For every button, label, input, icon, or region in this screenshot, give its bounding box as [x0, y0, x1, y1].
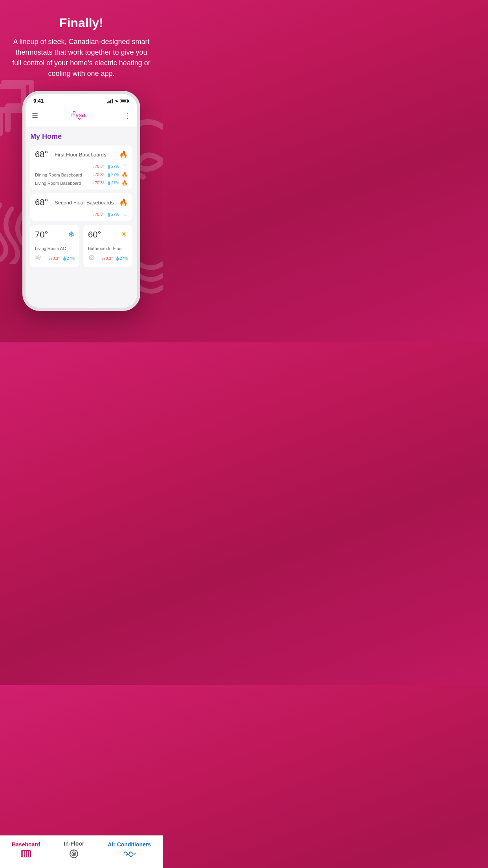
second-floor-flame-icon: 🔥 [119, 198, 128, 207]
header-section: Finally! A lineup of sleek, Canadian-des… [0, 0, 163, 87]
app-header: ☰ mysa ⋮ [26, 106, 137, 127]
bathroom-inFloor-card[interactable]: 60° ☀ Bathroom In-Floor [83, 225, 132, 267]
battery-icon [120, 99, 129, 103]
second-floor-name: Second Floor Baseboards [55, 200, 119, 206]
svg-point-1 [89, 255, 94, 260]
chevron-up-icon: ⌃ [123, 163, 128, 169]
dining-room-stats: ↓70.3° 💧27% 🔥 [93, 172, 128, 178]
inFloor-stats-row: ↓70.3° 💧27% [88, 254, 128, 263]
second-floor-main-row: 68° Second Floor Baseboards 🔥 [30, 193, 132, 209]
first-floor-stats: ↓70.3° 💧27% ⌃ [93, 163, 128, 169]
inFloor-stat-hum: 💧27% [115, 256, 128, 261]
dining-stat-hum: 💧27% [106, 173, 119, 177]
bottom-spacer [0, 311, 163, 342]
header-title: Finally! [12, 16, 151, 30]
ac-mode-icon [35, 254, 42, 263]
ac-stats-row: ↓70.3° 💧27% [35, 254, 75, 263]
flame-icon: 🔥 [119, 150, 128, 159]
signal-icon [107, 99, 113, 103]
second-floor-stats: ↓70.3° 💧27% ⌄ [93, 211, 128, 217]
first-floor-main-row: 68° First Floor Baseboards 🔥 [30, 145, 132, 161]
second-floor-group-card[interactable]: 68° Second Floor Baseboards 🔥 ↓70.3° 💧27… [30, 193, 132, 221]
first-floor-stat-hum: 💧27% [106, 164, 119, 169]
svg-text:mysa: mysa [70, 112, 85, 118]
ac-temp: 70° [35, 230, 48, 240]
first-floor-temp: 68° [35, 149, 55, 160]
home-title: My Home [30, 132, 132, 141]
living-room-ac-card[interactable]: 70° ❄ Living Room AC ↓70.3° [30, 225, 79, 267]
phone-mockup: 9:41 ∿ ☰ [22, 91, 140, 311]
first-floor-group-card[interactable]: 68° First Floor Baseboards 🔥 ↓70.3° 💧27%… [30, 145, 132, 189]
ac-stat-hum: 💧27% [62, 256, 75, 261]
second-floor-stat-hum: 💧27% [106, 212, 119, 217]
more-options-icon[interactable]: ⋮ [124, 111, 131, 120]
wifi-icon: ∿ [114, 98, 118, 104]
header-subtitle: A lineup of sleek, Canadian-designed sma… [12, 37, 151, 79]
dining-room-row[interactable]: Dining Room Baseboard ↓70.3° 💧27% 🔥 [35, 171, 128, 179]
dining-stat-temp: ↓70.3° [93, 173, 104, 177]
ac-name: Living Room AC [35, 246, 75, 251]
first-floor-stats-row: ↓70.3° 💧27% ⌃ [35, 162, 128, 171]
status-bar: 9:41 ∿ [26, 94, 137, 106]
second-floor-stats-row: ↓70.3° 💧27% ⌄ [35, 210, 128, 219]
inFloor-stats: ↓70.3° 💧27% [102, 256, 128, 261]
inFloor-temp: 60° [88, 230, 101, 240]
app-logo: mysa [67, 109, 95, 122]
living-baseboard-stat-temp: ↓70.3° [93, 181, 104, 185]
snowflake-icon: ❄ [68, 230, 75, 239]
living-room-baseboard-stats: ↓70.3° 💧27% 🔥 [93, 180, 128, 186]
status-time: 9:41 [33, 98, 44, 104]
phone-container: 9:41 ∿ ☰ [0, 87, 163, 311]
svg-point-2 [91, 257, 93, 259]
inFloor-temp-row: 60° ☀ [88, 230, 128, 240]
living-room-baseboard-row[interactable]: Living Room Baseboard ↓70.3° 💧27% 🔥 [35, 179, 128, 187]
app-content: My Home 68° First Floor Baseboards 🔥 ↓70… [26, 127, 137, 308]
status-icons: ∿ [107, 98, 129, 104]
inFloor-name: Bathroom In-Floor [88, 246, 128, 251]
mysa-logo-svg: mysa [67, 109, 95, 122]
living-baseboard-stat-hum: 💧27% [106, 181, 119, 185]
device-grid: 70° ❄ Living Room AC ↓70.3° [30, 225, 132, 267]
second-floor-sub-rows: ↓70.3° 💧27% ⌄ [30, 209, 132, 221]
second-floor-stat-temp: ↓70.3° [93, 212, 104, 217]
second-floor-temp: 68° [35, 197, 55, 208]
ac-stat-temp: ↓70.3° [49, 256, 60, 261]
inFloor-mode-icon [88, 254, 95, 263]
sun-icon: ☀ [121, 230, 128, 239]
hamburger-menu-icon[interactable]: ☰ [32, 111, 38, 120]
first-floor-name: First Floor Baseboards [55, 152, 119, 158]
dining-room-name: Dining Room Baseboard [35, 173, 93, 177]
living-room-baseboard-name: Living Room Baseboard [35, 181, 93, 186]
inFloor-stat-temp: ↓70.3° [102, 256, 113, 261]
chevron-down-icon: ⌄ [123, 211, 128, 217]
ac-stats: ↓70.3° 💧27% [49, 256, 75, 261]
living-baseboard-flame-icon: 🔥 [121, 180, 128, 186]
first-floor-stat-temp: ↓70.3° [93, 164, 104, 169]
dining-flame-icon: 🔥 [121, 172, 128, 178]
first-floor-sub-rows: ↓70.3° 💧27% ⌃ Dining Room Baseboard ↓70.… [30, 161, 132, 189]
ac-temp-row: 70° ❄ [35, 230, 75, 240]
